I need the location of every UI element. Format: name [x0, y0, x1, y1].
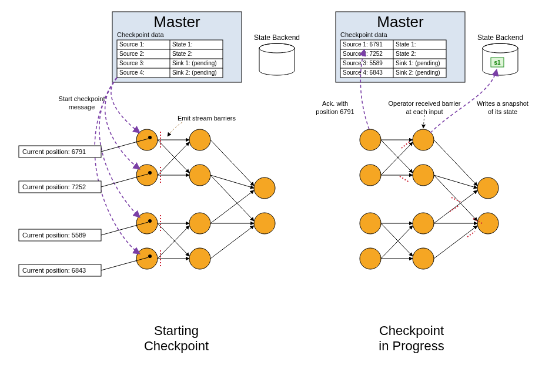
checkpoint-table: Source 1:State 1: Source 2:State 2: Sour… [117, 40, 223, 78]
state-backend-cylinder [259, 43, 295, 75]
svg-point-40 [360, 129, 381, 150]
table-cell: Sink 1: (pending) [172, 60, 217, 66]
operator-barrier-label: at each input [406, 108, 443, 115]
svg-point-10 [136, 248, 158, 269]
table-cell: State 1: [172, 41, 192, 48]
svg-line-51 [400, 176, 409, 182]
edges [381, 140, 477, 259]
checkpoint-table-title: Checkpoint data [340, 31, 387, 38]
svg-point-45 [413, 165, 434, 186]
svg-point-46 [413, 213, 434, 234]
svg-point-42 [360, 213, 381, 234]
phase-title: Checkpoint [144, 339, 209, 353]
table-cell: Source 1: 6791 [343, 41, 383, 48]
svg-point-47 [413, 248, 434, 269]
operator-barrier-label: Operator received barrier [389, 100, 461, 107]
start-checkpoint-label: Start checkpoint [59, 95, 105, 102]
svg-point-9 [136, 213, 158, 234]
position-label: Current position: 6791 [22, 148, 86, 155]
barriers [400, 141, 482, 237]
state-backend-label: State Backend [477, 33, 523, 42]
writes-snapshot-label: of its state [488, 108, 517, 115]
svg-point-15 [254, 177, 275, 199]
table-cell: Sink 1: (pending) [396, 60, 440, 66]
ack-label: Ack. with [322, 100, 348, 107]
svg-point-12 [189, 165, 210, 186]
svg-point-43 [360, 248, 381, 269]
start-checkpoint-label: message [69, 103, 95, 110]
svg-point-16 [254, 213, 275, 234]
nodes [360, 129, 498, 269]
snapshot-label: s1 [494, 59, 501, 66]
edges [158, 140, 254, 259]
table-cell: Source 1: [119, 41, 145, 48]
master-title: Master [153, 13, 200, 31]
svg-point-41 [360, 165, 381, 186]
table-cell: State 2: [396, 51, 416, 57]
table-cell: Source 2: [119, 51, 145, 57]
table-cell: Sink 2: (pending) [172, 69, 217, 76]
table-cell: State 2: [172, 51, 192, 57]
table-cell: State 1: [396, 41, 416, 48]
phase-title: in Progress [379, 339, 444, 353]
emit-barriers-label: Emit stream barriers [178, 115, 236, 122]
position-label: Current position: 6843 [22, 267, 86, 274]
svg-point-11 [189, 129, 210, 150]
panel-left: Master Checkpoint data Source 1:State 1:… [19, 12, 300, 353]
table-cell: Source 3: [119, 60, 145, 66]
table-cell: Source 4: 6843 [343, 69, 383, 76]
writes-snapshot-label: Writes a snapshot [477, 100, 528, 107]
emit-arrow [168, 122, 182, 136]
svg-point-19 [148, 219, 152, 223]
pointer [423, 115, 424, 128]
svg-line-52 [451, 197, 461, 202]
phase-title: Checkpoint [379, 323, 444, 338]
checkpoint-table: Source 1: 6791State 1: Source 2: 7252Sta… [340, 40, 446, 78]
svg-point-14 [189, 248, 210, 269]
panel-right: Master Checkpoint data Source 1: 6791Sta… [316, 12, 528, 353]
position-label: Current position: 7252 [22, 183, 86, 190]
ack-label: position 6791 [316, 108, 354, 115]
state-backend-label: State Backend [254, 33, 300, 42]
nodes [136, 129, 275, 269]
svg-line-50 [402, 141, 410, 148]
table-cell: Source 3: 5589 [343, 60, 383, 66]
svg-point-48 [477, 177, 498, 199]
svg-point-8 [136, 165, 158, 186]
svg-point-7 [136, 129, 158, 150]
master-title: Master [377, 13, 424, 31]
table-cell: Sink 2: (pending) [396, 69, 440, 76]
table-cell: Source 4: [119, 69, 145, 76]
svg-point-17 [148, 136, 152, 139]
svg-point-49 [477, 213, 498, 234]
svg-point-13 [189, 213, 210, 234]
start-checkpoint-arrows [95, 78, 140, 254]
position-label: Current position: 5589 [22, 232, 86, 239]
phase-title: Starting [154, 323, 199, 338]
svg-point-18 [148, 171, 152, 175]
svg-point-20 [148, 254, 152, 258]
svg-line-53 [450, 206, 459, 212]
checkpoint-table-title: Checkpoint data [117, 31, 164, 38]
